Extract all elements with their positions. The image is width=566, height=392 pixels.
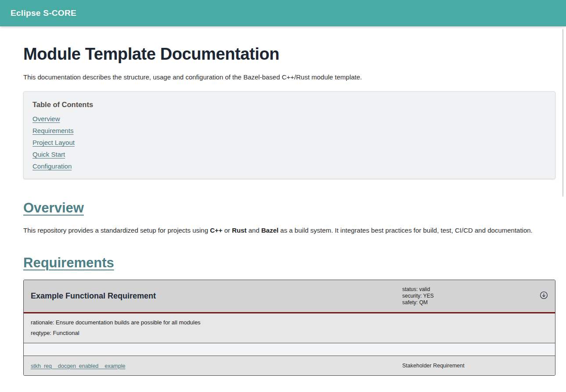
toc-link-overview[interactable]: Overview <box>32 115 60 122</box>
toc-link-project-layout[interactable]: Project Layout <box>32 139 75 146</box>
intro-paragraph: This documentation describes the structu… <box>23 73 555 81</box>
overview-text: This repository provides a standardized … <box>23 227 210 234</box>
requirements-heading-link[interactable]: Requirements <box>23 255 114 270</box>
stakeholder-requirement-link[interactable]: stkh_req__docgen_enabled__example <box>31 363 125 369</box>
collapse-toggle-button[interactable] <box>534 291 548 301</box>
table-of-contents: Table of Contents Overview Requirements … <box>23 91 555 179</box>
requirement-link-cell: stkh_req__docgen_enabled__example <box>31 362 402 370</box>
section-requirements: Requirements Example Functional Requirem… <box>23 255 555 376</box>
circle-arrow-down-icon <box>540 291 548 301</box>
overview-text: as a build system. It integrates best pr… <box>278 227 533 234</box>
section-overview: Overview This repository provides a stan… <box>23 200 555 234</box>
toc-link-configuration[interactable]: Configuration <box>32 162 72 170</box>
requirement-meta-security: security: YES <box>402 293 534 299</box>
overview-paragraph: This repository provides a standardized … <box>23 227 555 234</box>
requirement-card: Example Functional Requirement status: v… <box>23 280 555 376</box>
overview-heading-link[interactable]: Overview <box>23 200 84 216</box>
requirement-link-type: Stakeholder Requirement <box>402 363 548 369</box>
overview-bold-cpp: C++ <box>210 227 222 234</box>
page-scrollbar[interactable] <box>562 29 563 197</box>
top-navbar: Eclipse S-CORE <box>0 0 566 26</box>
overview-heading: Overview <box>23 200 84 216</box>
toc-link-requirements[interactable]: Requirements <box>32 127 73 134</box>
requirement-rationale: rationale: Ensure documentation builds a… <box>31 319 548 326</box>
requirement-meta-safety: safety: QM <box>402 299 534 306</box>
requirement-card-header: Example Functional Requirement status: v… <box>24 280 555 313</box>
toc-list: Overview Requirements Project Layout Qui… <box>32 115 546 170</box>
requirement-meta: status: valid security: YES safety: QM <box>402 286 534 306</box>
requirement-content: rationale: Ensure documentation builds a… <box>24 313 555 343</box>
requirement-reqtype: reqtype: Functional <box>31 330 548 336</box>
main-content: Module Template Documentation This docum… <box>0 26 566 392</box>
overview-bold-rust: Rust <box>232 227 246 234</box>
requirements-heading: Requirements <box>23 255 114 271</box>
toc-link-quick-start[interactable]: Quick Start <box>32 151 65 158</box>
overview-text: and <box>247 227 261 234</box>
brand-logo[interactable]: Eclipse S-CORE <box>11 8 76 18</box>
toc-title: Table of Contents <box>32 101 546 109</box>
overview-bold-bazel: Bazel <box>261 227 278 234</box>
requirement-title: Example Functional Requirement <box>31 291 402 301</box>
page-title: Module Template Documentation <box>23 44 555 64</box>
requirement-empty-row <box>24 343 555 356</box>
requirement-links-row: stkh_req__docgen_enabled__example Stakeh… <box>24 356 555 375</box>
overview-text: or <box>223 227 232 234</box>
requirement-meta-status: status: valid <box>402 286 534 293</box>
